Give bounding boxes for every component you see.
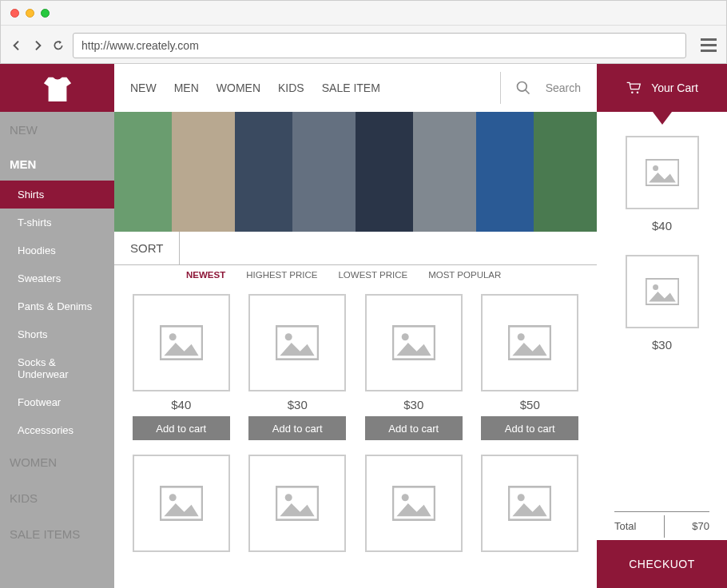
sort-label: SORT [114, 232, 180, 264]
sidebar-sub-sweaters[interactable]: Sweaters [0, 264, 114, 292]
sort-bar: SORT [114, 232, 597, 265]
image-placeholder-icon [646, 159, 679, 186]
product-image[interactable] [481, 294, 578, 391]
cart-panel: Your Cart $40 $30 Total $70 CHECKUOT [597, 64, 727, 588]
image-placeholder-icon [508, 486, 551, 521]
total-label: Total [614, 520, 636, 532]
hero-banner [114, 112, 597, 232]
close-dot[interactable] [10, 9, 19, 18]
product-image[interactable] [365, 455, 463, 552]
image-placeholder-icon [276, 325, 319, 360]
image-placeholder-icon [160, 325, 203, 360]
url-text: http://www.creately.com [81, 39, 199, 52]
checkout-button[interactable]: CHECKUOT [597, 540, 727, 588]
sidebar-sub-pants-denims[interactable]: Pants & Denims [0, 292, 114, 320]
window-titlebar [1, 1, 726, 25]
sidebar-sub-footwear[interactable]: Footwear [0, 388, 114, 416]
nav-link-new[interactable]: NEW [130, 81, 157, 94]
svg-point-2 [517, 82, 526, 92]
top-navigation: NEWMENWOMENKIDSSALE ITEM Search [114, 64, 597, 112]
maximize-dot[interactable] [41, 9, 50, 18]
svg-point-4 [631, 92, 634, 94]
product-grid: $40 Add to cart $30 Add to cart $30 Add … [114, 288, 597, 574]
cart-item-price: $30 [652, 338, 672, 352]
product-card: $30 Add to cart [247, 294, 349, 440]
cart-header[interactable]: Your Cart [597, 64, 727, 112]
nav-link-sale-item[interactable]: SALE ITEM [322, 81, 380, 94]
svg-line-3 [525, 90, 529, 94]
back-icon[interactable] [10, 39, 23, 52]
sort-option-most-popular[interactable]: MOST POPULAR [428, 270, 501, 288]
product-price: $30 [403, 398, 423, 411]
product-card: $50 Add to cart [479, 294, 582, 440]
cart-pointer [597, 112, 727, 128]
cart-item-price: $40 [652, 219, 672, 232]
sidebar-item-new[interactable]: NEW [0, 112, 114, 148]
product-image[interactable] [133, 294, 230, 391]
logo[interactable] [0, 64, 114, 112]
product-card [130, 455, 232, 558]
nav-link-women[interactable]: WOMEN [217, 81, 260, 94]
add-to-cart-button[interactable]: Add to cart [481, 416, 578, 440]
product-card: $40 Add to cart [130, 294, 232, 440]
total-value: $70 [692, 520, 709, 532]
sidebar-sub-shorts[interactable]: Shorts [0, 320, 114, 348]
product-card [363, 455, 465, 558]
sidebar-sub-socks-underwear[interactable]: Socks & Underwear [0, 348, 114, 388]
image-placeholder-icon [392, 325, 435, 360]
search-icon [515, 80, 531, 96]
cart-item-image[interactable] [626, 136, 699, 209]
image-placeholder-icon [646, 278, 679, 305]
sidebar-item-sale-items[interactable]: SALE ITEMS [0, 516, 114, 552]
nav-link-kids[interactable]: KIDS [278, 81, 304, 94]
reload-icon[interactable] [52, 39, 65, 52]
image-placeholder-icon [392, 486, 435, 521]
product-image[interactable] [365, 294, 463, 391]
sidebar-sub-shirts[interactable]: Shirts [0, 181, 114, 209]
product-card: $30 Add to cart [363, 294, 465, 440]
image-placeholder-icon [508, 325, 551, 360]
product-image[interactable] [248, 294, 346, 391]
cart-item: $40 [614, 136, 709, 247]
browser-toolbar: http://www.creately.com [1, 25, 726, 65]
product-card [479, 455, 582, 558]
cart-item: $30 [614, 255, 709, 366]
product-image[interactable] [481, 455, 578, 552]
sidebar-item-men[interactable]: MEN [0, 148, 114, 181]
sidebar: NEW MEN ShirtsT-shirtsHoodiesSweatersPan… [0, 112, 114, 588]
add-to-cart-button[interactable]: Add to cart [133, 416, 230, 440]
product-price: $50 [520, 398, 540, 411]
search-area[interactable]: Search [500, 72, 581, 104]
browser-chrome: http://www.creately.com [0, 0, 727, 64]
add-to-cart-button[interactable]: Add to cart [365, 416, 463, 440]
product-image[interactable] [133, 455, 230, 552]
sidebar-item-kids[interactable]: KIDS [0, 480, 114, 516]
svg-point-5 [637, 92, 639, 94]
cart-item-image[interactable] [626, 255, 699, 328]
forward-icon[interactable] [31, 39, 44, 52]
sidebar-sub-hoodies[interactable]: Hoodies [0, 236, 114, 264]
add-to-cart-button[interactable]: Add to cart [248, 416, 346, 440]
sort-option-lowest-price[interactable]: LOWEST PRICE [338, 270, 407, 288]
sidebar-item-women[interactable]: WOMEN [0, 444, 114, 480]
cart-total: Total $70 [614, 511, 709, 540]
product-card [247, 455, 349, 558]
product-image[interactable] [248, 455, 346, 552]
minimize-dot[interactable] [26, 9, 34, 18]
sort-option-highest-price[interactable]: HIGHEST PRICE [246, 270, 317, 288]
tshirt-icon [42, 73, 73, 103]
product-price: $40 [171, 398, 191, 411]
sort-options: NEWESTHIGHEST PRICELOWEST PRICEMOST POPU… [114, 265, 597, 288]
nav-link-men[interactable]: MEN [174, 81, 199, 94]
product-price: $30 [288, 398, 308, 411]
search-placeholder: Search [546, 81, 581, 94]
url-bar[interactable]: http://www.creately.com [73, 33, 686, 58]
sidebar-sub-accessories[interactable]: Accessories [0, 416, 114, 444]
image-placeholder-icon [160, 486, 203, 521]
cart-icon [626, 81, 642, 95]
sort-option-newest[interactable]: NEWEST [186, 270, 225, 288]
menu-icon[interactable] [701, 38, 717, 52]
sidebar-sub-t-shirts[interactable]: T-shirts [0, 209, 114, 236]
image-placeholder-icon [276, 486, 319, 521]
cart-header-label: Your Cart [651, 81, 698, 94]
